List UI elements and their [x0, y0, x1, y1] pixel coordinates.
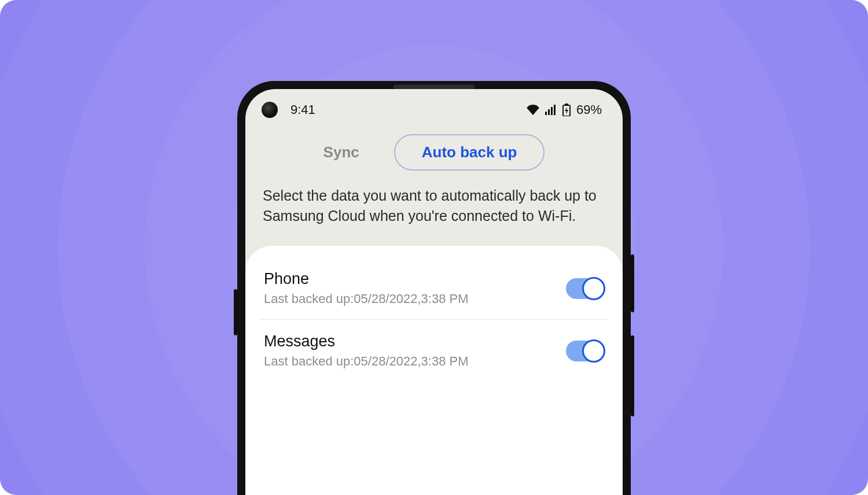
- list-item: Phone Last backed up:05/28/2022,3:38 PM: [260, 257, 608, 319]
- svg-rect-3: [554, 105, 556, 115]
- list-item-subtitle: Last backed up:05/28/2022,3:38 PM: [264, 291, 468, 306]
- side-button-left: [234, 289, 237, 335]
- signal-icon: [545, 105, 557, 115]
- status-battery: 69%: [576, 102, 602, 117]
- backup-list: Phone Last backed up:05/28/2022,3:38 PM …: [245, 246, 623, 495]
- list-item-subtitle: Last backed up:05/28/2022,3:38 PM: [264, 354, 468, 369]
- svg-rect-0: [545, 112, 547, 115]
- battery-icon: [562, 104, 571, 116]
- side-button-right-2: [631, 335, 634, 416]
- tabs: Sync Auto back up: [245, 124, 623, 186]
- toggle-knob: [582, 277, 605, 300]
- front-camera: [262, 102, 278, 118]
- phone-screen: 9:41: [245, 89, 623, 495]
- stage: 9:41: [0, 0, 868, 495]
- status-bar: 9:41: [245, 89, 623, 124]
- toggle-knob: [582, 339, 605, 363]
- tab-auto-back-up[interactable]: Auto back up: [394, 134, 545, 171]
- list-item-title: Messages: [264, 333, 468, 350]
- description: Select the data you want to automaticall…: [245, 186, 623, 246]
- toggle-phone[interactable]: [566, 278, 604, 299]
- list-item-title: Phone: [264, 270, 468, 288]
- status-time: 9:41: [290, 102, 315, 117]
- earpiece: [393, 84, 475, 89]
- wifi-icon: [527, 105, 539, 115]
- svg-rect-1: [548, 109, 550, 115]
- toggle-messages[interactable]: [566, 341, 604, 361]
- svg-rect-2: [551, 107, 553, 115]
- side-button-right-1: [631, 254, 634, 312]
- tab-sync[interactable]: Sync: [323, 143, 359, 161]
- list-item: Messages Last backed up:05/28/2022,3:38 …: [260, 319, 608, 382]
- phone-frame: 9:41: [237, 81, 631, 495]
